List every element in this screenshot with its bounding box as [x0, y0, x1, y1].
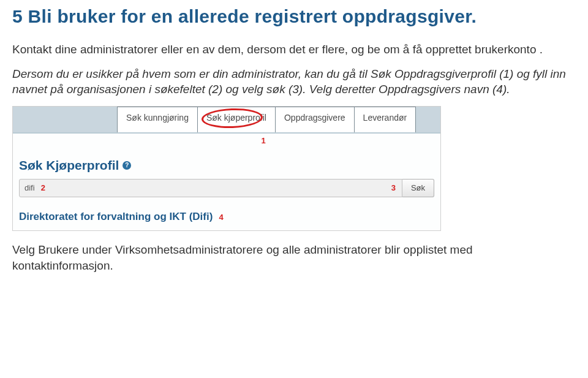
embedded-screenshot: Søk kunngjøring Søk kjøperprofil Oppdrag…: [12, 106, 441, 231]
tab-bar: Søk kunngjøring Søk kjøperprofil Oppdrag…: [13, 107, 440, 132]
tab-search-announcement[interactable]: Søk kunngjøring: [117, 107, 198, 132]
tab-clients[interactable]: Oppdragsgivere: [275, 107, 355, 132]
result-link[interactable]: Direktoratet for forvaltning og IKT (Dif…: [19, 211, 213, 223]
annotation-marker-1: 1: [261, 136, 265, 145]
section-heading: 5 Bli bruker for en allerede registrert …: [12, 6, 576, 27]
annotation-marker-4: 4: [219, 213, 223, 222]
closing-paragraph: Velg Brukere under Virksomhetsadministra…: [12, 242, 576, 273]
tab-bar-spacer: [13, 107, 117, 132]
intro-paragraph-2: Dersom du er usikker på hvem som er din …: [12, 66, 576, 97]
result-row: Direktoratet for forvaltning og IKT (Dif…: [13, 202, 440, 230]
search-input[interactable]: difi 2 3: [19, 179, 402, 197]
section-title: Søk Kjøperprofil: [19, 158, 119, 173]
search-input-value: difi: [24, 183, 35, 192]
annotation-marker-1-row: 1: [13, 134, 440, 148]
tab-search-buyer-profile[interactable]: Søk kjøperprofil: [197, 107, 276, 132]
annotation-marker-2: 2: [41, 183, 45, 192]
tab-suppliers[interactable]: Leverandør: [354, 107, 417, 132]
tab-label: Søk kjøperprofil: [206, 113, 266, 123]
section-title-row: Søk Kjøperprofil ?: [13, 148, 440, 179]
search-button[interactable]: Søk: [402, 179, 434, 197]
help-icon[interactable]: ?: [123, 161, 131, 170]
annotation-marker-3: 3: [391, 183, 396, 192]
search-row: difi 2 3 Søk: [13, 179, 440, 202]
intro-paragraph-1: Kontakt dine administratorer eller en av…: [12, 42, 576, 58]
tab-bar-area: Søk kunngjøring Søk kjøperprofil Oppdrag…: [13, 107, 440, 134]
